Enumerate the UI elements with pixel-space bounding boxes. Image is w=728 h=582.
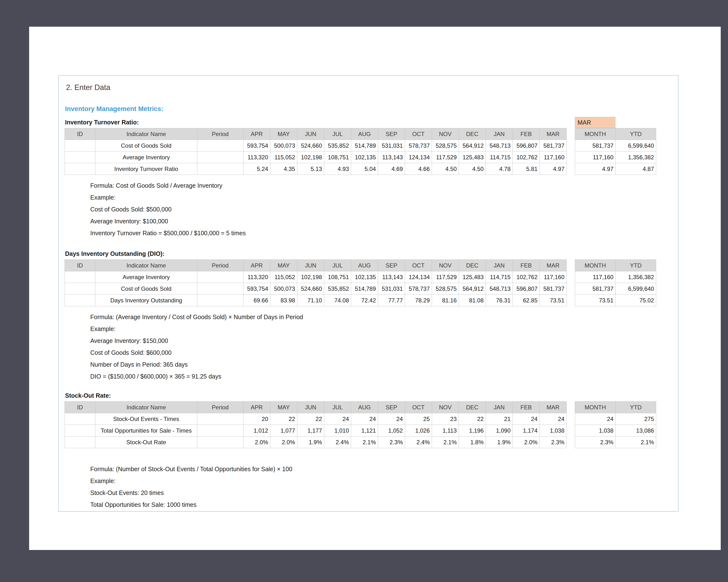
value-cell[interactable]: 5.81 xyxy=(513,163,540,175)
period-cell[interactable] xyxy=(197,425,243,437)
value-cell[interactable]: 2.0% xyxy=(243,437,270,448)
value-cell[interactable]: 1,010 xyxy=(324,425,351,437)
month-summary-cell[interactable]: 1,038 xyxy=(575,425,616,437)
value-cell[interactable]: 24 xyxy=(378,413,405,425)
value-cell[interactable]: 500,073 xyxy=(270,140,297,151)
value-cell[interactable]: 4.93 xyxy=(324,163,351,175)
value-cell[interactable]: 22 xyxy=(459,413,486,425)
value-cell[interactable]: 4.50 xyxy=(459,163,486,175)
value-cell[interactable]: 69.66 xyxy=(243,295,270,306)
value-cell[interactable]: 2.4% xyxy=(405,437,432,448)
period-cell[interactable] xyxy=(197,163,243,175)
value-cell[interactable]: 113,320 xyxy=(243,151,270,163)
value-cell[interactable]: 4.35 xyxy=(270,163,297,175)
value-cell[interactable]: 24 xyxy=(324,413,351,425)
value-cell[interactable]: 113,143 xyxy=(378,151,405,163)
id-cell[interactable] xyxy=(65,295,95,306)
value-cell[interactable]: 1,077 xyxy=(270,425,297,437)
ytd-cell[interactable]: 75.02 xyxy=(616,295,656,306)
value-cell[interactable]: 535,852 xyxy=(324,140,351,151)
ytd-cell[interactable]: 2.1% xyxy=(616,437,656,448)
value-cell[interactable]: 500,073 xyxy=(270,283,297,295)
value-cell[interactable]: 81.08 xyxy=(459,295,486,306)
value-cell[interactable]: 2.3% xyxy=(540,437,567,448)
value-cell[interactable]: 593,754 xyxy=(243,140,270,151)
value-cell[interactable]: 2.4% xyxy=(324,437,351,448)
value-cell[interactable]: 117,160 xyxy=(540,271,567,283)
value-cell[interactable]: 2.1% xyxy=(432,437,459,448)
ytd-cell[interactable]: 4.87 xyxy=(616,163,656,175)
id-cell[interactable] xyxy=(65,413,95,425)
value-cell[interactable]: 524,660 xyxy=(297,283,324,295)
value-cell[interactable]: 115,052 xyxy=(270,151,297,163)
value-cell[interactable]: 114,715 xyxy=(486,151,513,163)
month-summary-cell[interactable]: 117,160 xyxy=(575,151,616,163)
value-cell[interactable]: 20 xyxy=(243,413,270,425)
month-summary-cell[interactable]: 73.51 xyxy=(575,295,616,306)
id-cell[interactable] xyxy=(65,437,95,448)
id-cell[interactable] xyxy=(65,140,95,151)
value-cell[interactable]: 4.78 xyxy=(486,163,513,175)
value-cell[interactable]: 5.04 xyxy=(351,163,378,175)
month-summary-cell[interactable]: 117,160 xyxy=(575,271,616,283)
value-cell[interactable]: 548,713 xyxy=(486,283,513,295)
value-cell[interactable]: 24 xyxy=(513,413,540,425)
value-cell[interactable]: 117,529 xyxy=(432,151,459,163)
value-cell[interactable]: 1.9% xyxy=(486,437,513,448)
value-cell[interactable]: 24 xyxy=(351,413,378,425)
value-cell[interactable]: 528,575 xyxy=(432,283,459,295)
value-cell[interactable]: 1,177 xyxy=(297,425,324,437)
value-cell[interactable]: 1,196 xyxy=(459,425,486,437)
value-cell[interactable]: 4.97 xyxy=(540,163,567,175)
value-cell[interactable]: 2.1% xyxy=(351,437,378,448)
value-cell[interactable]: 524,660 xyxy=(297,140,324,151)
period-cell[interactable] xyxy=(197,295,243,306)
id-cell[interactable] xyxy=(65,151,95,163)
value-cell[interactable]: 1.9% xyxy=(297,437,324,448)
period-cell[interactable] xyxy=(197,283,243,295)
month-summary-cell[interactable]: 581,737 xyxy=(575,140,616,151)
value-cell[interactable]: 564,912 xyxy=(459,140,486,151)
value-cell[interactable]: 22 xyxy=(297,413,324,425)
value-cell[interactable]: 113,320 xyxy=(243,271,270,283)
value-cell[interactable]: 596,807 xyxy=(513,140,540,151)
value-cell[interactable]: 102,762 xyxy=(513,151,540,163)
value-cell[interactable]: 108,751 xyxy=(324,271,351,283)
value-cell[interactable]: 108,751 xyxy=(324,151,351,163)
value-cell[interactable]: 1,026 xyxy=(405,425,432,437)
value-cell[interactable]: 1.8% xyxy=(459,437,486,448)
value-cell[interactable]: 5.13 xyxy=(297,163,324,175)
value-cell[interactable]: 535,852 xyxy=(324,283,351,295)
value-cell[interactable]: 5.24 xyxy=(243,163,270,175)
value-cell[interactable]: 77.77 xyxy=(378,295,405,306)
value-cell[interactable]: 102,762 xyxy=(513,271,540,283)
ytd-cell[interactable]: 275 xyxy=(616,413,656,425)
value-cell[interactable]: 1,012 xyxy=(243,425,270,437)
value-cell[interactable]: 125,483 xyxy=(459,151,486,163)
month-summary-cell[interactable]: 4.97 xyxy=(575,163,616,175)
id-cell[interactable] xyxy=(65,283,95,295)
value-cell[interactable]: 115,052 xyxy=(270,271,297,283)
value-cell[interactable]: 62.85 xyxy=(513,295,540,306)
value-cell[interactable]: 25 xyxy=(405,413,432,425)
ytd-cell[interactable]: 1,356,382 xyxy=(616,151,656,163)
ytd-cell[interactable]: 13,086 xyxy=(616,425,656,437)
value-cell[interactable]: 4.50 xyxy=(432,163,459,175)
period-cell[interactable] xyxy=(197,151,243,163)
value-cell[interactable]: 83.98 xyxy=(270,295,297,306)
value-cell[interactable]: 1,121 xyxy=(351,425,378,437)
value-cell[interactable]: 117,160 xyxy=(540,151,567,163)
value-cell[interactable]: 102,135 xyxy=(351,151,378,163)
period-cell[interactable] xyxy=(197,140,243,151)
value-cell[interactable]: 78.29 xyxy=(405,295,432,306)
value-cell[interactable]: 71.10 xyxy=(297,295,324,306)
ytd-cell[interactable]: 6,599,640 xyxy=(616,283,656,295)
value-cell[interactable]: 1,052 xyxy=(378,425,405,437)
month-summary-cell[interactable]: 2.3% xyxy=(575,437,616,448)
ytd-cell[interactable]: 6,599,640 xyxy=(616,140,656,151)
value-cell[interactable]: 102,198 xyxy=(297,271,324,283)
value-cell[interactable]: 73.51 xyxy=(540,295,567,306)
value-cell[interactable]: 124,134 xyxy=(405,271,432,283)
value-cell[interactable]: 548,713 xyxy=(486,140,513,151)
period-cell[interactable] xyxy=(197,437,243,448)
